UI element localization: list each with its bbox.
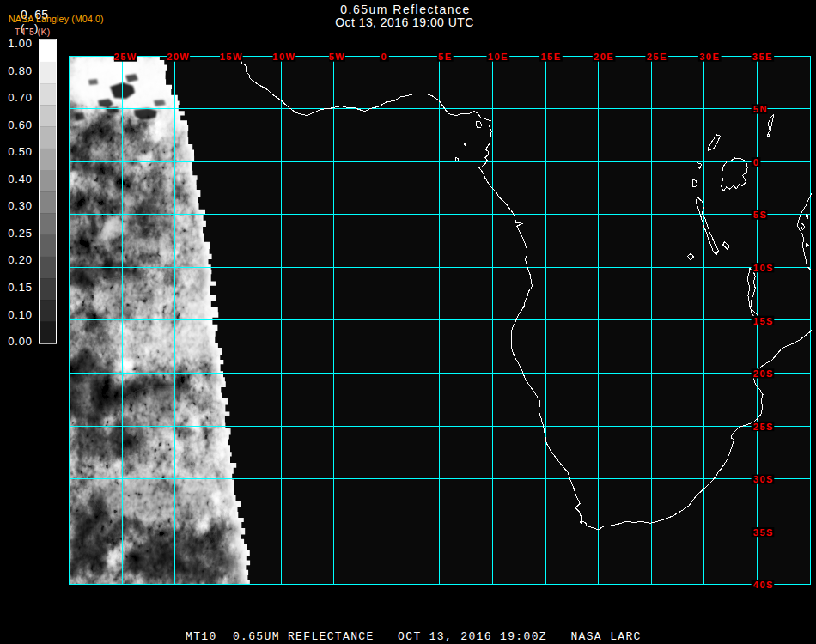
- svg-text:0.10: 0.10: [8, 308, 33, 321]
- svg-text:20E: 20E: [594, 52, 614, 62]
- svg-text:30E: 30E: [699, 52, 720, 62]
- svg-text:MT10 0.65UM REFLECTANCE OCT: MT10 0.65UM REFLECTANCE OCT 13, 2016 19:…: [186, 630, 642, 643]
- svg-text:10W: 10W: [272, 52, 295, 62]
- svg-text:0.60: 0.60: [8, 118, 33, 131]
- svg-text:0.80: 0.80: [8, 64, 33, 77]
- svg-text:0: 0: [753, 157, 760, 167]
- svg-text:0.40: 0.40: [8, 173, 33, 185]
- svg-text:25W: 25W: [114, 52, 137, 62]
- svg-text:30S: 30S: [753, 474, 774, 484]
- svg-text:0.30: 0.30: [8, 199, 33, 212]
- svg-text:5S: 5S: [753, 210, 767, 220]
- svg-text:5W: 5W: [329, 52, 346, 62]
- svg-text:T4-5 (K): T4-5 (K): [15, 27, 51, 37]
- svg-text:15E: 15E: [540, 52, 561, 62]
- svg-text:15S: 15S: [753, 316, 774, 326]
- svg-text:0.00: 0.00: [8, 335, 33, 348]
- svg-text:0.25: 0.25: [8, 227, 33, 240]
- svg-text:25S: 25S: [753, 422, 774, 432]
- svg-text:20S: 20S: [753, 368, 774, 379]
- svg-text:35E: 35E: [752, 52, 773, 62]
- svg-text:0.70: 0.70: [8, 91, 33, 104]
- svg-text:10E: 10E: [488, 52, 508, 62]
- svg-text:0.15: 0.15: [8, 281, 33, 294]
- svg-text:25E: 25E: [647, 52, 667, 62]
- svg-text:0: 0: [381, 52, 387, 62]
- svg-text:35S: 35S: [753, 527, 774, 538]
- svg-text:Oct 13, 2016 19:00 UTC: Oct 13, 2016 19:00 UTC: [335, 15, 474, 29]
- svg-text:0.50: 0.50: [8, 145, 33, 158]
- svg-text:40S: 40S: [753, 580, 774, 590]
- svg-text:5E: 5E: [438, 52, 452, 62]
- svg-text:0.20: 0.20: [8, 253, 33, 266]
- svg-text:10S: 10S: [753, 263, 774, 273]
- svg-text:15W: 15W: [220, 52, 243, 62]
- svg-text:20W: 20W: [167, 52, 190, 62]
- svg-text:1.00: 1.00: [8, 37, 33, 50]
- svg-text:5N: 5N: [753, 104, 768, 114]
